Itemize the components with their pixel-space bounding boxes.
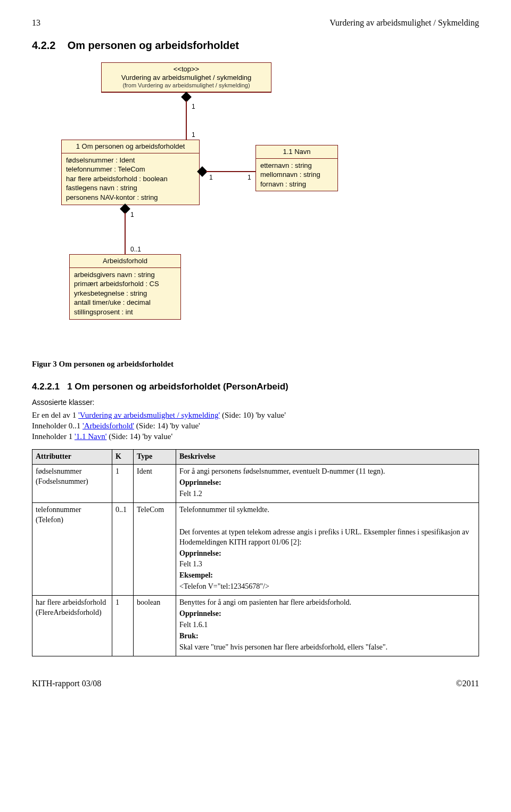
page-footer: KITH-rapport 03/08 ©2011: [32, 678, 479, 689]
col-header-attributter: Attributter: [32, 450, 112, 465]
attr-tech: (Telefon): [36, 515, 109, 525]
footer-left: KITH-rapport 03/08: [32, 678, 101, 689]
uml-attr: stillingsprosent : int: [74, 307, 176, 317]
example-label: Eksempel:: [179, 571, 475, 581]
attr-desc: Benyttes for å angi om pasienten har fle…: [179, 598, 475, 608]
attr-name: fødselsnummer: [36, 467, 109, 477]
table-row: har flere arbeidsforhold (FlereArbeidsfo…: [32, 596, 479, 656]
figure-caption: Figur 3 Om personen og arbeidsforholdet: [32, 359, 479, 369]
uml-navn-name: 1.1 Navn: [256, 145, 337, 159]
origin-value: Felt 1.3: [179, 559, 475, 570]
attr-cardinality: 1: [112, 596, 134, 656]
table-row: telefonnummer (Telefon) 0..1 TeleCom Tel…: [32, 502, 479, 595]
uml-attr: personens NAV-kontor : string: [66, 193, 195, 202]
attr-cardinality: 0..1: [112, 502, 134, 595]
attr-desc: For å angi personens fødselsnummer, even…: [179, 467, 475, 477]
multiplicity: 0..1: [130, 245, 141, 254]
multiplicity: 1: [248, 173, 251, 182]
origin-value: Felt 1.2: [179, 489, 475, 499]
uml-diagram: <<top>> Vurdering av arbeidsmulighet / s…: [32, 62, 479, 350]
assoc-text: (Side: 14) 'by value': [106, 432, 172, 441]
assoc-text: Er en del av 1: [32, 411, 78, 419]
connector-line: [125, 213, 126, 254]
subsection-title: 1 Om personen og arbeidsforholdet (Perso…: [67, 381, 289, 392]
attr-cardinality: 1: [112, 465, 134, 503]
page-number: 13: [32, 17, 40, 29]
origin-label: Opprinnelse:: [179, 609, 475, 619]
multiplicity: 1: [192, 102, 195, 111]
uml-top-stereotype: <<top>>: [106, 65, 267, 74]
connector-line: [206, 171, 256, 172]
uml-arbeid-name: Arbeidsforhold: [70, 255, 180, 268]
associated-classes-body: Er en del av 1 'Vurdering av arbeidsmuli…: [32, 410, 479, 442]
attr-name: har flere arbeidsforhold: [36, 598, 109, 608]
attr-desc: Telefonnummer til sykmeldte.: [179, 505, 475, 515]
doc-title: Vurdering av arbeidsmulighet / Sykmeldin…: [329, 17, 479, 29]
multiplicity: 1: [130, 210, 134, 219]
uml-class-person: 1 Om personen og arbeidsforholdet fødsel…: [61, 140, 200, 205]
uml-attr: mellomnavn : string: [260, 170, 333, 180]
assoc-text: (Side: 14) 'by value': [134, 421, 200, 430]
section-title: Om personen og arbeidsforholdet: [68, 39, 239, 51]
uml-class-navn: 1.1 Navn etternavn : string mellomnavn :…: [256, 145, 338, 192]
origin-value: Felt 1.6.1: [179, 620, 475, 630]
multiplicity: 1: [192, 131, 195, 139]
table-header-row: Attributter K Type Beskrivelse: [32, 450, 479, 465]
example-value: <Telefon V="tel:12345678"/>: [179, 582, 475, 592]
col-header-k: K: [112, 450, 134, 465]
connector-line: [186, 101, 187, 140]
attr-type: TeleCom: [134, 502, 176, 595]
associated-classes-heading: Assosierte klasser:: [32, 397, 479, 408]
table-row: fødselsnummer (Fodselsnummer) 1 Ident Fo…: [32, 465, 479, 503]
uml-attr: fødselsnummer : Ident: [66, 156, 195, 165]
uml-attr: fornavn : string: [260, 180, 333, 189]
uml-class-arbeidsforhold: Arbeidsforhold arbeidsgivers navn : stri…: [69, 254, 181, 320]
subsection-heading: 4.2.2.1 1 Om personen og arbeidsforholde…: [32, 381, 479, 393]
uml-attr: telefonnummer : TeleCom: [66, 165, 195, 174]
assoc-text: (Side: 10) 'by value': [220, 411, 286, 419]
uml-attr: arbeidsgivers navn : string: [74, 270, 176, 280]
col-header-type: Type: [134, 450, 176, 465]
page-header: 13 Vurdering av arbeidsmulighet / Sykmel…: [32, 17, 479, 29]
attr-tech: (Fodselsnummer): [36, 477, 109, 487]
attr-type: boolean: [134, 596, 176, 656]
assoc-link-navn[interactable]: '1.1 Navn': [75, 432, 106, 441]
attributes-table: Attributter K Type Beskrivelse fødselsnu…: [32, 449, 479, 656]
multiplicity: 1: [209, 173, 213, 182]
section-number: 4.2.2: [32, 39, 55, 51]
attr-type: Ident: [134, 465, 176, 503]
uml-attr: antall timer/uke : decimal: [74, 298, 176, 307]
uml-class-top: <<top>> Vurdering av arbeidsmulighet / s…: [101, 62, 271, 93]
uml-attr: yrkesbetegnelse : string: [74, 289, 176, 298]
origin-label: Opprinnelse:: [179, 549, 475, 559]
usage-label: Bruk:: [179, 631, 475, 642]
uml-top-name: Vurdering av arbeidsmulighet / sykmeldin…: [106, 74, 267, 82]
col-header-beskrivelse: Beskrivelse: [176, 450, 479, 465]
assoc-text: Inneholder 0..1: [32, 421, 83, 430]
uml-attr: etternavn : string: [260, 161, 333, 170]
attr-desc-extra: Det forventes at typen telekom adresse a…: [179, 527, 475, 548]
uml-top-from: (from Vurdering av arbeidsmulighet / syk…: [106, 82, 267, 90]
attr-name: telefonnummer: [36, 505, 109, 515]
footer-right: ©2011: [456, 678, 479, 689]
section-heading: 4.2.2 Om personen og arbeidsforholdet: [32, 38, 479, 53]
usage-value: Skal være "true" hvis personen har flere…: [179, 643, 475, 653]
attr-tech: (FlereArbeidsforhold): [36, 608, 109, 618]
subsection-number: 4.2.2.1: [32, 381, 60, 392]
uml-attr: fastlegens navn : string: [66, 183, 195, 193]
uml-attr: har flere arbeidsforhold : boolean: [66, 174, 195, 184]
assoc-link-vurdering[interactable]: 'Vurdering av arbeidsmulighet / sykmeldi…: [78, 411, 220, 419]
origin-label: Opprinnelse:: [179, 478, 475, 488]
uml-attr: primært arbeidsforhold : CS: [74, 279, 176, 289]
assoc-link-arbeidsforhold[interactable]: 'Arbeidsforhold': [83, 421, 134, 430]
uml-person-name: 1 Om personen og arbeidsforholdet: [62, 140, 199, 153]
assoc-text: Inneholder 1: [32, 432, 75, 441]
